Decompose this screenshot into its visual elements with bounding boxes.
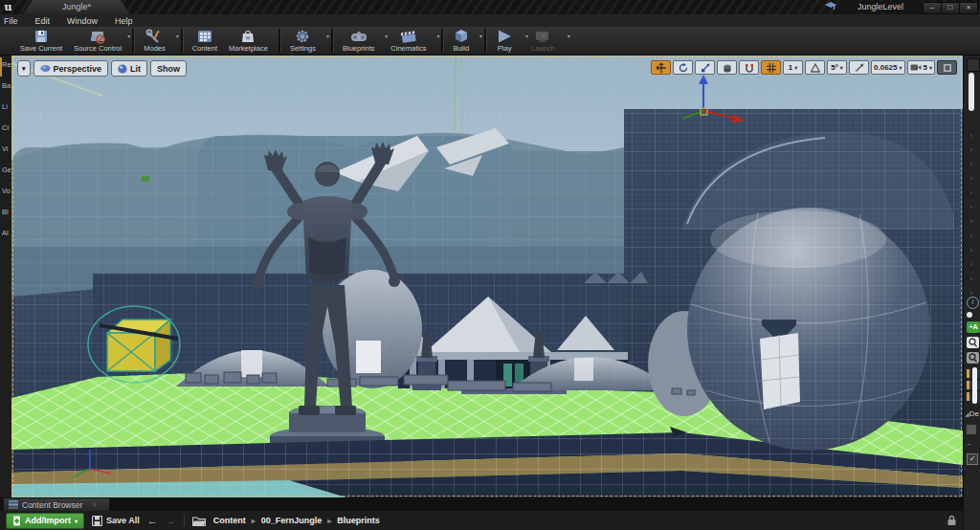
marketplace-bag-icon [241, 29, 255, 44]
maximize-viewport-button[interactable] [937, 60, 957, 75]
settings-button[interactable]: Settings ▾ [285, 27, 327, 55]
close-button[interactable]: × [959, 2, 978, 14]
scale-tool-button[interactable] [695, 60, 715, 75]
build-button[interactable]: Build ▾ [448, 27, 480, 55]
menu-help[interactable]: Help [115, 16, 133, 26]
source-control-button[interactable]: Source Control ▾ [69, 27, 128, 55]
details-tab-label: De [969, 409, 979, 418]
source-control-caret-icon[interactable]: ▾ [127, 33, 130, 39]
modes-caret-icon[interactable]: ▾ [176, 33, 179, 39]
place-category-recently-placed[interactable]: Re [2, 60, 11, 70]
show-menu-button[interactable]: Show [150, 60, 187, 77]
place-category-lights[interactable]: Li [2, 102, 11, 112]
cinematics-caret-icon[interactable]: ▾ [436, 33, 439, 39]
folder-icon [192, 516, 206, 526]
minimize-button[interactable]: – [923, 2, 942, 14]
history-back-button[interactable]: ← [147, 515, 158, 526]
scale-snap-value-button[interactable]: 0.0625▾ [871, 60, 904, 75]
add-import-button[interactable]: Add/Import ▾ [6, 513, 84, 529]
place-category-basic[interactable]: Ba [2, 81, 11, 91]
info-icon[interactable]: i [967, 297, 979, 309]
menu-file[interactable]: File [4, 16, 18, 26]
main-toolbar: Save Current Source Control ▾ Modes ▾ Co… [0, 27, 980, 55]
blueprints-button[interactable]: Blueprints ▾ [338, 27, 386, 55]
marketplace-button[interactable]: Marketplace [224, 27, 275, 55]
viewport-topright-controls: 1▾ 5°▾ 0.0625▾ 5▾ [651, 60, 957, 75]
right-panel-strip[interactable]: i +A ◢De ~ ✓ : : [963, 55, 980, 530]
add-import-label: Add/Import [25, 516, 71, 525]
lock-icon[interactable] [947, 515, 957, 526]
add-button-fragment[interactable]: +A [967, 321, 980, 333]
play-button[interactable]: Play ▾ [491, 27, 526, 55]
place-category-cinematic[interactable]: Ci [2, 123, 11, 133]
build-caret-icon[interactable]: ▾ [479, 33, 482, 39]
rotate-tool-button[interactable] [673, 60, 693, 75]
menu-edit[interactable]: Edit [35, 16, 51, 26]
level-viewport[interactable]: ▾ Perspective Lit Show 1▾ 5°▾ [11, 55, 963, 497]
details-scrollbar[interactable] [972, 367, 977, 404]
search-box-fragment[interactable] [967, 337, 979, 348]
breadcrumb-content[interactable]: Content [213, 516, 246, 525]
toolbar-separator [184, 514, 185, 527]
cinematics-clapper-icon [400, 29, 417, 44]
rotation-snapping-button[interactable] [805, 60, 825, 75]
show-label: Show [157, 64, 180, 74]
angle-snap-icon [811, 63, 820, 73]
place-category-blueprints[interactable]: Bl [2, 208, 11, 217]
viewport-scene[interactable] [11, 55, 963, 497]
content-browser-tab[interactable]: Content Browser × [4, 498, 109, 511]
save-all-button[interactable]: Save All [92, 516, 140, 526]
tab-close-icon[interactable]: × [92, 500, 97, 509]
save-all-label: Save All [106, 516, 140, 525]
viewport-options-button[interactable]: ▾ [17, 60, 31, 77]
scale-icon [701, 63, 710, 73]
lit-label: Lit [130, 64, 141, 74]
panel-divider [970, 122, 972, 295]
place-category-all-classes[interactable]: Al [2, 229, 11, 238]
details-tab-fragment[interactable]: ◢De [965, 409, 979, 418]
checkbox-checked[interactable]: ✓ [967, 453, 978, 465]
settings-caret-icon[interactable]: ▾ [326, 33, 329, 39]
lit-sphere-icon [118, 64, 127, 74]
maximize-button[interactable]: □ [941, 2, 960, 14]
menu-window[interactable]: Window [67, 16, 98, 26]
breadcrumb-fernjungle[interactable]: 00_FernJungle [261, 516, 323, 525]
sphere-building[interactable] [687, 208, 930, 451]
panel-dots: : [967, 488, 969, 497]
place-category-volumes[interactable]: Vo [2, 187, 11, 196]
search-box-fragment-2[interactable] [967, 352, 979, 364]
save-current-button[interactable]: Save Current [15, 27, 69, 55]
perspective-button[interactable]: Perspective [33, 60, 109, 77]
content-button[interactable]: Content [188, 27, 224, 55]
surface-snapping-button[interactable] [739, 60, 759, 75]
coordinate-space-button[interactable] [717, 60, 737, 75]
rotation-snap-value: 5° [831, 63, 838, 72]
grid-snap-value-button[interactable]: 1▾ [783, 60, 803, 75]
toolbar-separator [331, 29, 334, 53]
cinematics-button[interactable]: Cinematics ▾ [386, 27, 437, 55]
play-label: Play [498, 44, 512, 53]
breadcrumb-blueprints[interactable]: Blueprints [337, 516, 380, 525]
play-icon [496, 29, 513, 44]
launch-label: Launch [531, 44, 555, 53]
floppy-icon [33, 29, 49, 44]
history-forward-button[interactable]: → [166, 515, 176, 526]
toolbar-separator [484, 29, 487, 53]
tutorial-cap-icon[interactable] [825, 2, 836, 11]
grid-snapping-button[interactable] [761, 60, 781, 75]
place-category-geometry[interactable]: Ge [2, 166, 11, 175]
place-category-visual[interactable]: Vi [2, 144, 11, 154]
translate-icon [657, 63, 666, 73]
translate-tool-button[interactable] [651, 60, 671, 75]
modes-button[interactable]: Modes ▾ [139, 27, 177, 55]
scale-snap-value: 0.0625 [874, 63, 897, 72]
title-bar[interactable]: u Jungle* JungleLevel – □ × [0, 0, 980, 14]
level-tab[interactable]: Jungle* [23, 0, 130, 14]
rotation-snap-value-button[interactable]: 5°▾ [827, 60, 847, 75]
content-grid-icon [197, 29, 212, 44]
camera-speed-button[interactable]: 5▾ [907, 60, 935, 75]
launch-icon [534, 29, 551, 44]
outliner-scrollbar[interactable] [969, 73, 974, 111]
scale-snapping-button[interactable] [849, 60, 869, 75]
lit-mode-button[interactable]: Lit [111, 60, 147, 77]
